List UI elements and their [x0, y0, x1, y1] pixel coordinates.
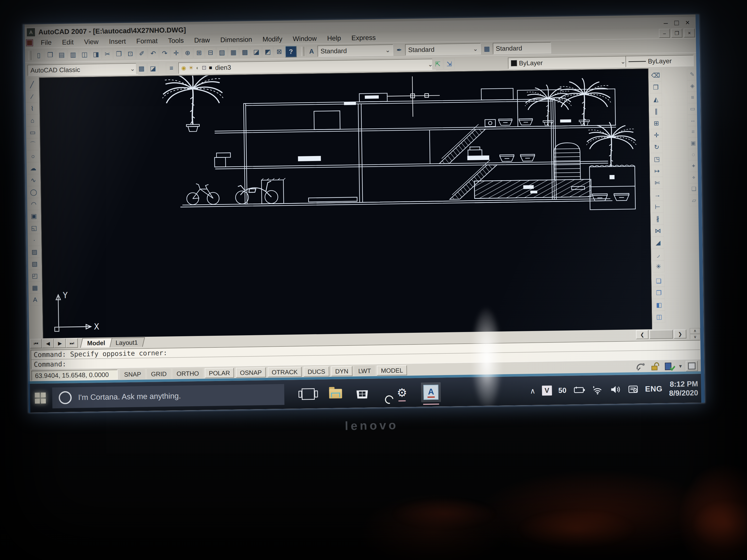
object-object-toggle-button[interactable]: GRID	[147, 369, 171, 379]
hatch-button[interactable]: ▨	[28, 246, 41, 258]
bulb-on-icon[interactable]: ◉	[181, 65, 186, 72]
point-button[interactable]: ∙	[28, 234, 40, 246]
edge-7-button[interactable]: ▣	[688, 137, 699, 149]
mdi-minimize-button[interactable]: –	[659, 29, 670, 38]
bring-to-front-button[interactable]: ❏	[653, 275, 665, 287]
table-style-combo[interactable]: Standard	[493, 42, 551, 54]
object-object-toggle-button[interactable]: MODEL	[377, 365, 407, 376]
markup-button[interactable]: ◩	[262, 46, 274, 57]
designcenter-button[interactable]: ▦	[228, 47, 239, 58]
settings-app[interactable]: ⚙	[397, 387, 407, 399]
plot-state-icon[interactable]: ⊡	[202, 64, 206, 71]
tools-menu[interactable]: Tools	[163, 36, 189, 45]
format-menu[interactable]: Format	[131, 37, 163, 45]
help-button[interactable]: ?	[285, 46, 297, 57]
table-button[interactable]: ▦	[29, 282, 41, 294]
input-method-icon[interactable]: V	[542, 385, 552, 396]
edge-3-button[interactable]: ≡	[687, 91, 698, 103]
unlock-icon[interactable]	[650, 362, 660, 372]
quickcalc-button[interactable]: ⊠	[274, 46, 285, 57]
-tab-nav-button[interactable]: ⏮	[30, 339, 42, 348]
insert-block-button[interactable]: ▣	[28, 210, 40, 222]
scroll-right-button[interactable]: ❯	[674, 329, 687, 339]
command-prompt[interactable]: Command:	[34, 360, 66, 368]
object-object-toggle-button[interactable]: ORTHO	[173, 368, 203, 379]
draw-menu[interactable]: Draw	[189, 36, 215, 44]
edge-4-button[interactable]: ▭	[688, 103, 698, 115]
save-button[interactable]: ▤	[56, 49, 67, 60]
file-menu[interactable]: File	[35, 38, 57, 47]
start-button[interactable]	[28, 383, 53, 412]
linetype-control-combo[interactable]: ByLayer	[625, 55, 694, 67]
dimension-menu[interactable]: Dimension	[215, 35, 257, 44]
chamfer-button[interactable]: ◢	[652, 236, 664, 249]
help-menu[interactable]: Help	[322, 34, 346, 42]
edit-menu[interactable]: Edit	[57, 38, 79, 46]
clock[interactable]: 8:12 PM 8/9/2020	[669, 379, 698, 398]
arc-button[interactable]: ⌒	[27, 138, 39, 150]
sheet-set-manager-button[interactable]: ◪	[251, 46, 262, 57]
join-button[interactable]: ⋈	[652, 224, 664, 237]
cut-button[interactable]: ✂	[102, 49, 113, 60]
standards-check-icon[interactable]	[664, 362, 675, 372]
tray-chevron-icon[interactable]: ∧	[530, 386, 535, 395]
autocad-taskbar-button[interactable]: A	[421, 383, 440, 402]
paste-button[interactable]: ⊡	[125, 48, 136, 59]
drawing-canvas[interactable]: Y X	[39, 69, 652, 339]
polyline-button[interactable]: ⌇	[26, 102, 38, 114]
spline-button[interactable]: ∿	[27, 174, 40, 186]
polygon-button[interactable]: ⌂	[26, 114, 38, 127]
multiline-text-button[interactable]: A	[29, 293, 41, 305]
mirror-button[interactable]: ◭	[650, 93, 662, 105]
file-explorer-icon[interactable]	[329, 389, 342, 398]
toolbar-grip[interactable]	[28, 51, 31, 60]
object-object-toggle-button[interactable]: DUCS	[304, 366, 329, 377]
workspace-save-button[interactable]: ◪	[148, 63, 159, 74]
scroll-up-button[interactable]: ∧	[690, 328, 700, 334]
offset-button[interactable]: ∥	[650, 105, 662, 117]
-tab-nav-button[interactable]: ◀	[42, 339, 54, 348]
plot-button[interactable]: ▥	[68, 49, 79, 60]
scrollbar-thumb[interactable]	[649, 330, 673, 339]
toolbar-grip[interactable]	[301, 47, 304, 56]
coordinate-readout[interactable]: 63.9404, 15.6548, 0.0000	[31, 370, 118, 381]
cortana-search-box[interactable]: I'm Cortana. Ask me anything.	[52, 384, 284, 408]
modify-menu[interactable]: Modify	[257, 35, 288, 43]
wifi-icon[interactable]	[592, 385, 603, 395]
rotate-button[interactable]: ↻	[651, 141, 663, 153]
zoom-window-button[interactable]: ⊞	[194, 47, 205, 58]
mdi-close-button[interactable]: ×	[684, 28, 695, 37]
task-view-icon[interactable]	[302, 388, 315, 400]
match-properties-button[interactable]: ✐	[136, 48, 148, 59]
lock-unlocked-icon[interactable]: ◐	[196, 65, 200, 71]
copy-button[interactable]: ❐	[650, 81, 662, 93]
maximize-button[interactable]: □	[674, 19, 679, 27]
object-object-toggle-button[interactable]: POLAR	[205, 368, 234, 378]
scroll-left-button[interactable]: ❮	[636, 330, 649, 339]
explode-button[interactable]: ✳	[652, 260, 665, 272]
table-style-icon[interactable]: ▦	[481, 43, 492, 54]
edge-1-button[interactable]: ✎	[687, 69, 698, 80]
communication-center-icon[interactable]	[635, 362, 646, 372]
tab-layout1[interactable]: Layout1	[108, 337, 145, 347]
edge-6-button[interactable]: ⌗	[688, 126, 698, 138]
object-object-toggle-button[interactable]: DYN	[331, 366, 352, 376]
qnew-button[interactable]: ▯	[33, 50, 44, 61]
gradient-button[interactable]: ▧	[28, 258, 41, 270]
erase-button[interactable]: ⌫	[650, 69, 662, 81]
object-object-toggle-button[interactable]: SNAP	[120, 369, 145, 379]
zoom-previous-button[interactable]: ⊟	[205, 47, 216, 58]
layer-combo[interactable]: ◉☀◐⊡■ dien3 ⌄	[178, 59, 436, 74]
extend-button[interactable]: →	[651, 189, 664, 201]
bring-above-button[interactable]: ◧	[653, 299, 665, 311]
object-object-toggle-button[interactable]: OSNAP	[236, 367, 266, 378]
construction-line-button[interactable]: ⁄	[26, 90, 38, 103]
publish-button[interactable]: ◨	[91, 49, 102, 60]
text-style-combo[interactable]: Standard⌄	[317, 44, 393, 57]
action-center-icon[interactable]	[627, 384, 639, 394]
ellipse-arc-button[interactable]: ◠	[28, 198, 40, 210]
battery-icon[interactable]	[573, 385, 585, 395]
properties-button[interactable]: ▧	[216, 47, 228, 58]
stretch-button[interactable]: ↦	[651, 165, 663, 177]
workspace-settings-button[interactable]: ▩	[136, 63, 147, 74]
